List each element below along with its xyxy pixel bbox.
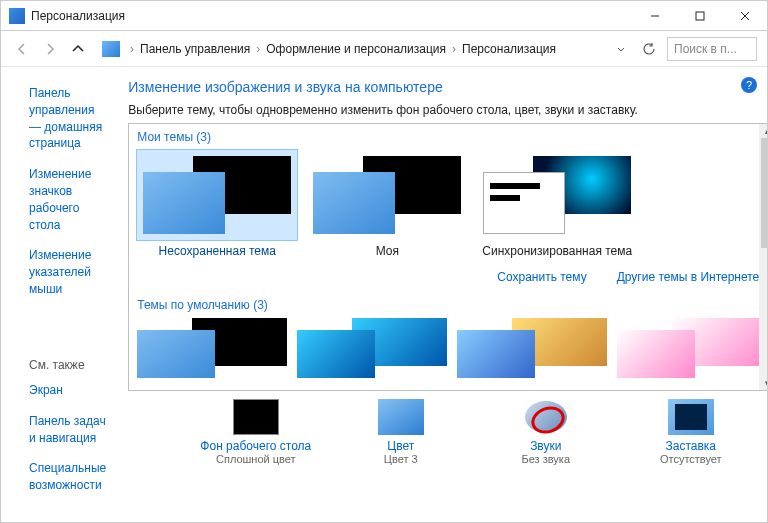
setting-name: Фон рабочего стола	[200, 439, 311, 453]
sidebar-link-pointers[interactable]: Изменение указателей мыши	[29, 247, 106, 297]
theme-label: Моя	[376, 244, 399, 258]
setting-sounds[interactable]: Звуки Без звука	[478, 399, 613, 465]
breadcrumb-sep: ›	[254, 42, 262, 56]
my-themes-label: Мои темы (3)	[129, 124, 768, 146]
search-input[interactable]: Поиск в п...	[667, 37, 757, 61]
theme-item[interactable]: Синхронизированная тема	[477, 150, 637, 258]
setting-value: Цвет 3	[384, 453, 418, 465]
up-button[interactable]	[67, 38, 89, 60]
sidebar-link-accessibility[interactable]: Специальные возможности	[29, 460, 106, 494]
page-title: Изменение изображения и звука на компьют…	[128, 79, 768, 95]
sidebar-link-home[interactable]: Панель управления — домашняя страница	[29, 85, 106, 152]
search-placeholder: Поиск в п...	[674, 42, 737, 56]
breadcrumb-dropdown[interactable]	[611, 39, 631, 59]
setting-value: Без звука	[522, 453, 571, 465]
theme-row: Несохраненная тема Моя Синхронизированна…	[129, 146, 768, 270]
theme-item[interactable]: Несохраненная тема	[137, 150, 297, 258]
sidebar: Панель управления — домашняя страница Из…	[1, 67, 120, 522]
main: Изменение изображения и звука на компьют…	[120, 67, 768, 522]
minimize-button[interactable]	[632, 1, 677, 30]
sidebar-link-taskbar[interactable]: Панель задач и навигация	[29, 413, 106, 447]
theme-item[interactable]	[137, 318, 287, 378]
scroll-thumb[interactable]	[761, 138, 768, 248]
scroll-down-icon[interactable]: ▼	[759, 376, 768, 390]
close-button[interactable]	[722, 1, 767, 30]
sidebar-link-icons[interactable]: Изменение значков рабочего стола	[29, 166, 106, 233]
see-also-label: См. также	[29, 358, 106, 372]
setting-value: Сплошной цвет	[216, 453, 296, 465]
help-icon[interactable]: ?	[741, 77, 757, 93]
breadcrumb-item[interactable]: Персонализация	[462, 42, 556, 56]
setting-name: Заставка	[666, 439, 717, 453]
control-panel-icon	[102, 41, 120, 57]
sidebar-link-screen[interactable]: Экран	[29, 382, 106, 399]
setting-name: Цвет	[387, 439, 414, 453]
breadcrumb-item[interactable]: Оформление и персонализация	[266, 42, 446, 56]
default-theme-row	[129, 314, 768, 382]
back-button[interactable]	[11, 38, 33, 60]
theme-actions: Сохранить тему Другие темы в Интернете	[129, 270, 768, 292]
breadcrumb-item[interactable]: Панель управления	[140, 42, 250, 56]
themes-panel: Мои темы (3) Несохраненная тема Моя Синх…	[128, 123, 768, 391]
maximize-button[interactable]	[677, 1, 722, 30]
screensaver-icon	[668, 399, 714, 435]
color-icon	[378, 399, 424, 435]
save-theme-link[interactable]: Сохранить тему	[497, 270, 586, 284]
navbar: › Панель управления › Оформление и персо…	[1, 31, 767, 67]
desktop-icon	[233, 399, 279, 435]
setting-color[interactable]: Цвет Цвет 3	[333, 399, 468, 465]
content: ? Панель управления — домашняя страница …	[1, 67, 767, 522]
page-description: Выберите тему, чтобы одновременно измени…	[128, 103, 768, 117]
svg-rect-1	[696, 12, 704, 20]
window-buttons	[632, 1, 767, 30]
titlebar: Персонализация	[1, 1, 767, 31]
setting-value: Отсутствует	[660, 453, 722, 465]
theme-item[interactable]: Моя	[307, 150, 467, 258]
setting-desktop-bg[interactable]: Фон рабочего стола Сплошной цвет	[188, 399, 323, 465]
app-icon	[9, 8, 25, 24]
more-themes-link[interactable]: Другие темы в Интернете	[617, 270, 760, 284]
breadcrumb-sep: ›	[450, 42, 458, 56]
theme-item[interactable]	[617, 318, 767, 378]
theme-item[interactable]	[457, 318, 607, 378]
forward-button[interactable]	[39, 38, 61, 60]
breadcrumb[interactable]: › Панель управления › Оформление и персо…	[95, 37, 605, 61]
setting-screensaver[interactable]: Заставка Отсутствует	[623, 399, 758, 465]
setting-name: Звуки	[530, 439, 561, 453]
settings-row: Фон рабочего стола Сплошной цвет Цвет Цв…	[128, 391, 768, 465]
scroll-up-icon[interactable]: ▲	[759, 124, 768, 138]
default-themes-label: Темы по умолчанию (3)	[129, 292, 768, 314]
theme-label: Несохраненная тема	[159, 244, 276, 258]
theme-label: Синхронизированная тема	[482, 244, 632, 258]
breadcrumb-sep: ›	[128, 42, 136, 56]
window-title: Персонализация	[31, 9, 632, 23]
theme-item[interactable]	[297, 318, 447, 378]
refresh-button[interactable]	[637, 37, 661, 61]
sound-icon	[523, 399, 569, 435]
scrollbar[interactable]: ▲ ▼	[759, 124, 768, 390]
